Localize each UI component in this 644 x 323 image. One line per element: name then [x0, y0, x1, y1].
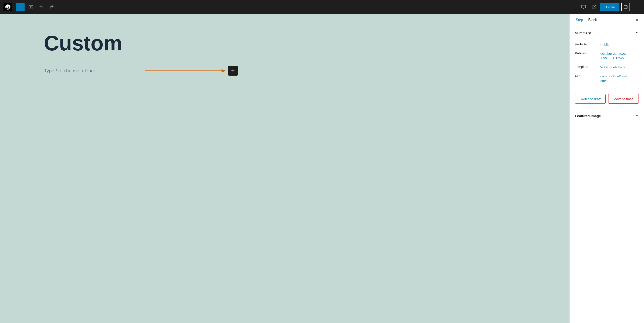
summary-actions: Switch to draft Move to trash [570, 90, 644, 109]
editor-canvas: Custom Type / to choose a block [0, 14, 570, 323]
url-value[interactable]: coderex.local/cust om/ [600, 74, 627, 83]
move-to-trash-button[interactable]: Move to trash [608, 94, 639, 104]
publish-label: Publish [575, 51, 597, 55]
more-options-button[interactable] [632, 3, 640, 11]
summary-collapse-icon [635, 31, 639, 36]
svg-point-12 [636, 5, 636, 6]
template-row: Template WPFunnels Defa... [575, 63, 639, 72]
featured-image-section: Featured image [570, 109, 644, 123]
svg-line-9 [594, 5, 596, 7]
visibility-label: Visibility [575, 42, 597, 46]
featured-image-expand-icon [635, 113, 639, 119]
svg-point-13 [636, 7, 636, 7]
summary-header[interactable]: Summary [570, 26, 644, 40]
right-sidebar: Step Block Summary [570, 14, 644, 323]
wp-logo[interactable] [4, 3, 12, 11]
publish-row: Publish October 22, 2023 1:56 pm UTC+0 [575, 49, 639, 63]
tab-block[interactable]: Block [586, 14, 600, 26]
svg-point-14 [636, 8, 636, 9]
sidebar-toggle-button[interactable] [621, 3, 630, 11]
page-title: Custom [44, 31, 526, 55]
url-row: URL coderex.local/cust om/ [575, 72, 639, 85]
featured-image-header[interactable]: Featured image [570, 109, 644, 123]
edit-mode-button[interactable] [26, 3, 35, 11]
summary-section: Summary Visibility Public [570, 26, 644, 109]
template-value[interactable]: WPFunnels Defa... [600, 65, 628, 69]
featured-image-title: Featured image [575, 114, 601, 118]
external-link-button[interactable] [590, 3, 598, 11]
monitor-button[interactable] [579, 3, 588, 11]
undo-button[interactable] [37, 3, 46, 11]
close-sidebar-button[interactable] [634, 17, 640, 24]
svg-marker-16 [222, 69, 226, 72]
visibility-value[interactable]: Public [600, 42, 609, 47]
sidebar-tabs: Step Block [570, 14, 644, 26]
main-toolbar: + [0, 0, 644, 14]
summary-title: Summary [575, 31, 591, 35]
add-block-button[interactable]: + [16, 3, 24, 11]
orange-arrow-icon [145, 67, 228, 74]
list-view-button[interactable] [58, 3, 67, 11]
inline-add-block-button[interactable] [228, 66, 238, 76]
url-label: URL [575, 74, 597, 78]
publish-value[interactable]: October 22, 2023 1:56 pm UTC+0 [600, 51, 626, 60]
visibility-row: Visibility Public [575, 40, 639, 49]
svg-rect-6 [581, 5, 585, 8]
switch-to-draft-button[interactable]: Switch to draft [575, 94, 606, 104]
template-label: Template [575, 65, 597, 69]
tab-step[interactable]: Step [573, 14, 586, 26]
sidebar-content: Summary Visibility Public [570, 26, 644, 323]
add-block-arrow [145, 66, 238, 76]
redo-button[interactable] [48, 3, 56, 11]
block-placeholder-text: Type / to choose a block [44, 68, 96, 74]
toolbar-right: Update [579, 3, 640, 11]
svg-rect-10 [624, 5, 627, 9]
main-area: Custom Type / to choose a block [0, 14, 644, 323]
update-button[interactable]: Update [600, 3, 620, 11]
summary-rows: Visibility Public Publish October 22, 20… [570, 40, 644, 90]
